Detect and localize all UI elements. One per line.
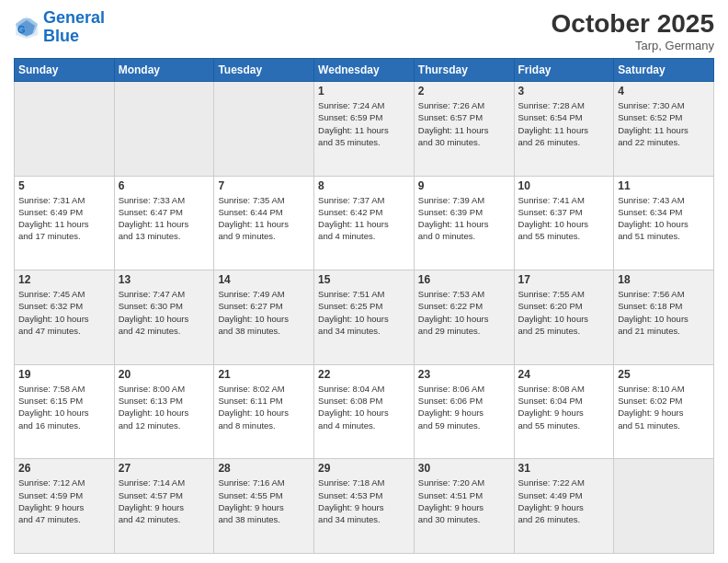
calendar-cell: 10Sunrise: 7:41 AMSunset: 6:37 PMDayligh… (514, 176, 614, 270)
calendar-table: SundayMondayTuesdayWednesdayThursdayFrid… (14, 58, 714, 554)
day-number: 16 (418, 273, 510, 286)
day-number: 10 (518, 179, 610, 192)
month-title: October 2025 (552, 9, 714, 39)
day-number: 15 (318, 273, 410, 286)
day-of-week-header: Wednesday (314, 59, 415, 82)
calendar-cell: 9Sunrise: 7:39 AMSunset: 6:39 PMDaylight… (414, 176, 514, 270)
calendar-cell: 11Sunrise: 7:43 AMSunset: 6:34 PMDayligh… (614, 176, 714, 270)
day-number: 9 (418, 179, 510, 192)
calendar-cell: 17Sunrise: 7:55 AMSunset: 6:20 PMDayligh… (514, 270, 614, 365)
calendar-cell: 7Sunrise: 7:35 AMSunset: 6:44 PMDaylight… (214, 176, 314, 270)
day-number: 18 (618, 273, 710, 286)
day-info: Sunrise: 7:41 AMSunset: 6:37 PMDaylight:… (518, 194, 610, 243)
calendar-cell: 14Sunrise: 7:49 AMSunset: 6:27 PMDayligh… (214, 270, 314, 365)
calendar-cell (614, 459, 714, 554)
day-number: 29 (318, 462, 410, 475)
calendar-cell: 1Sunrise: 7:24 AMSunset: 6:59 PMDaylight… (314, 82, 415, 177)
day-number: 8 (318, 179, 410, 192)
day-info: Sunrise: 8:00 AMSunset: 6:13 PMDaylight:… (119, 383, 210, 431)
day-info: Sunrise: 8:08 AMSunset: 6:04 PMDaylight:… (518, 383, 610, 431)
day-info: Sunrise: 7:49 AMSunset: 6:27 PMDaylight:… (218, 288, 310, 337)
calendar-cell: 8Sunrise: 7:37 AMSunset: 6:42 PMDaylight… (314, 176, 415, 270)
calendar-cell: 6Sunrise: 7:33 AMSunset: 6:47 PMDaylight… (114, 176, 214, 270)
day-number: 1 (318, 85, 410, 98)
day-number: 13 (119, 273, 210, 286)
day-number: 25 (618, 368, 710, 381)
day-info: Sunrise: 7:55 AMSunset: 6:20 PMDaylight:… (518, 288, 610, 337)
day-number: 4 (618, 85, 710, 98)
calendar-cell: 29Sunrise: 7:18 AMSunset: 4:53 PMDayligh… (314, 459, 415, 554)
calendar-cell: 26Sunrise: 7:12 AMSunset: 4:59 PMDayligh… (15, 459, 115, 554)
day-number: 30 (418, 462, 510, 475)
day-info: Sunrise: 7:58 AMSunset: 6:15 PMDaylight:… (18, 383, 110, 431)
day-info: Sunrise: 7:26 AMSunset: 6:57 PMDaylight:… (418, 99, 510, 148)
calendar-cell: 13Sunrise: 7:47 AMSunset: 6:30 PMDayligh… (114, 270, 214, 365)
calendar-cell: 25Sunrise: 8:10 AMSunset: 6:02 PMDayligh… (614, 364, 714, 459)
day-number: 7 (218, 179, 310, 192)
day-number: 26 (18, 462, 110, 475)
logo: G General Blue (14, 9, 105, 46)
day-info: Sunrise: 7:35 AMSunset: 6:44 PMDaylight:… (218, 194, 310, 243)
day-number: 17 (518, 273, 610, 286)
day-number: 11 (618, 179, 710, 192)
calendar-cell: 18Sunrise: 7:56 AMSunset: 6:18 PMDayligh… (614, 270, 714, 365)
day-number: 31 (518, 462, 610, 475)
day-number: 23 (418, 368, 510, 381)
calendar-cell: 28Sunrise: 7:16 AMSunset: 4:55 PMDayligh… (214, 459, 314, 554)
calendar-cell: 30Sunrise: 7:20 AMSunset: 4:51 PMDayligh… (414, 459, 514, 554)
header: G General Blue October 2025 Tarp, German… (14, 9, 714, 52)
day-info: Sunrise: 7:16 AMSunset: 4:55 PMDaylight:… (218, 477, 310, 525)
calendar-cell (15, 82, 115, 177)
calendar-cell: 12Sunrise: 7:45 AMSunset: 6:32 PMDayligh… (15, 270, 115, 365)
day-number: 14 (218, 273, 310, 286)
calendar-cell: 3Sunrise: 7:28 AMSunset: 6:54 PMDaylight… (514, 82, 614, 177)
calendar-cell: 16Sunrise: 7:53 AMSunset: 6:22 PMDayligh… (414, 270, 514, 365)
day-of-week-header: Sunday (15, 59, 115, 82)
day-number: 6 (119, 179, 210, 192)
calendar-cell: 15Sunrise: 7:51 AMSunset: 6:25 PMDayligh… (314, 270, 415, 365)
day-number: 21 (218, 368, 310, 381)
day-info: Sunrise: 7:12 AMSunset: 4:59 PMDaylight:… (18, 477, 110, 525)
day-info: Sunrise: 7:18 AMSunset: 4:53 PMDaylight:… (318, 477, 410, 525)
day-info: Sunrise: 7:33 AMSunset: 6:47 PMDaylight:… (119, 194, 210, 243)
day-info: Sunrise: 8:06 AMSunset: 6:06 PMDaylight:… (418, 383, 510, 431)
calendar-cell: 5Sunrise: 7:31 AMSunset: 6:49 PMDaylight… (15, 176, 115, 270)
location: Tarp, Germany (552, 39, 714, 52)
day-number: 24 (518, 368, 610, 381)
calendar-cell: 20Sunrise: 8:00 AMSunset: 6:13 PMDayligh… (114, 364, 214, 459)
day-number: 27 (119, 462, 210, 475)
day-number: 20 (119, 368, 210, 381)
calendar-cell: 27Sunrise: 7:14 AMSunset: 4:57 PMDayligh… (114, 459, 214, 554)
logo-line1: General (43, 8, 105, 27)
day-number: 19 (18, 368, 110, 381)
day-info: Sunrise: 7:56 AMSunset: 6:18 PMDaylight:… (618, 288, 710, 337)
day-info: Sunrise: 7:22 AMSunset: 4:49 PMDaylight:… (518, 477, 610, 525)
day-info: Sunrise: 7:31 AMSunset: 6:49 PMDaylight:… (18, 194, 110, 243)
day-number: 3 (518, 85, 610, 98)
calendar-week-row: 5Sunrise: 7:31 AMSunset: 6:49 PMDaylight… (15, 176, 714, 270)
calendar-week-row: 19Sunrise: 7:58 AMSunset: 6:15 PMDayligh… (15, 364, 714, 459)
calendar-cell: 31Sunrise: 7:22 AMSunset: 4:49 PMDayligh… (514, 459, 614, 554)
calendar-cell: 23Sunrise: 8:06 AMSunset: 6:06 PMDayligh… (414, 364, 514, 459)
calendar-cell: 24Sunrise: 8:08 AMSunset: 6:04 PMDayligh… (514, 364, 614, 459)
day-info: Sunrise: 7:30 AMSunset: 6:52 PMDaylight:… (618, 99, 710, 148)
day-info: Sunrise: 7:24 AMSunset: 6:59 PMDaylight:… (318, 99, 410, 148)
logo-icon: G (14, 15, 40, 40)
calendar-cell (114, 82, 214, 177)
calendar-week-row: 12Sunrise: 7:45 AMSunset: 6:32 PMDayligh… (15, 270, 714, 365)
day-info: Sunrise: 7:53 AMSunset: 6:22 PMDaylight:… (418, 288, 510, 337)
day-info: Sunrise: 8:04 AMSunset: 6:08 PMDaylight:… (318, 383, 410, 431)
day-info: Sunrise: 7:28 AMSunset: 6:54 PMDaylight:… (518, 99, 610, 148)
day-info: Sunrise: 8:02 AMSunset: 6:11 PMDaylight:… (218, 383, 310, 431)
day-number: 5 (18, 179, 110, 192)
day-info: Sunrise: 7:43 AMSunset: 6:34 PMDaylight:… (618, 194, 710, 243)
calendar-week-row: 26Sunrise: 7:12 AMSunset: 4:59 PMDayligh… (15, 459, 714, 554)
page: G General Blue October 2025 Tarp, German… (0, 0, 728, 563)
day-info: Sunrise: 7:51 AMSunset: 6:25 PMDaylight:… (318, 288, 410, 337)
logo-line2: Blue (43, 27, 79, 45)
calendar-header-row: SundayMondayTuesdayWednesdayThursdayFrid… (15, 59, 714, 82)
day-info: Sunrise: 7:47 AMSunset: 6:30 PMDaylight:… (119, 288, 210, 337)
day-number: 2 (418, 85, 510, 98)
day-of-week-header: Tuesday (214, 59, 314, 82)
day-of-week-header: Thursday (414, 59, 514, 82)
